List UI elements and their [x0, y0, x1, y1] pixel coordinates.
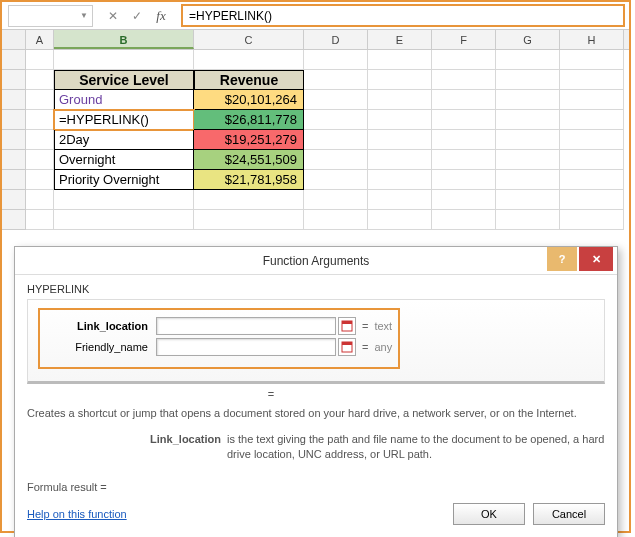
cell-revenue[interactable]: $20,101,264	[194, 90, 304, 110]
fx-icon[interactable]: fx	[153, 8, 169, 24]
col-header-g[interactable]: G	[496, 30, 560, 49]
cell[interactable]	[560, 70, 624, 90]
chevron-down-icon[interactable]: ▼	[80, 11, 88, 20]
close-icon[interactable]: ✕	[579, 247, 613, 271]
cell[interactable]	[496, 170, 560, 190]
cancel-button[interactable]: Cancel	[533, 503, 605, 525]
cell[interactable]	[560, 210, 624, 230]
cell-revenue[interactable]: $24,551,509	[194, 150, 304, 170]
table-header-service[interactable]: Service Level	[54, 70, 194, 90]
cell[interactable]	[194, 50, 304, 70]
cell[interactable]	[432, 170, 496, 190]
cell[interactable]	[26, 90, 54, 110]
cell[interactable]	[560, 50, 624, 70]
cell[interactable]	[26, 50, 54, 70]
cell-service[interactable]: Overnight	[54, 150, 194, 170]
cell[interactable]	[432, 210, 496, 230]
cell[interactable]	[432, 150, 496, 170]
cell[interactable]	[368, 150, 432, 170]
select-all-corner[interactable]	[2, 30, 26, 49]
cell[interactable]	[194, 190, 304, 210]
cell[interactable]	[368, 190, 432, 210]
cell[interactable]	[304, 210, 368, 230]
cell[interactable]	[496, 130, 560, 150]
cell-service[interactable]: Ground	[54, 90, 194, 110]
row-header[interactable]	[2, 130, 26, 150]
cell[interactable]	[368, 210, 432, 230]
row-header[interactable]	[2, 150, 26, 170]
cell[interactable]	[54, 210, 194, 230]
row-header[interactable]	[2, 210, 26, 230]
cell[interactable]	[304, 130, 368, 150]
col-header-c[interactable]: C	[194, 30, 304, 49]
name-box[interactable]: ▼	[8, 5, 93, 27]
cell[interactable]	[26, 110, 54, 130]
cell[interactable]	[496, 190, 560, 210]
cell[interactable]	[26, 190, 54, 210]
cell[interactable]	[368, 50, 432, 70]
accept-icon[interactable]: ✓	[129, 9, 145, 23]
cell[interactable]	[560, 170, 624, 190]
cell[interactable]	[368, 110, 432, 130]
cell-service[interactable]: 2Day	[54, 130, 194, 150]
cell[interactable]	[432, 190, 496, 210]
cell[interactable]	[432, 90, 496, 110]
range-picker-icon[interactable]	[338, 317, 356, 335]
row-header[interactable]	[2, 50, 26, 70]
cell[interactable]	[496, 50, 560, 70]
cell[interactable]	[496, 70, 560, 90]
cell-revenue[interactable]: $19,251,279	[194, 130, 304, 150]
cell-revenue[interactable]: $21,781,958	[194, 170, 304, 190]
col-header-e[interactable]: E	[368, 30, 432, 49]
cell[interactable]	[368, 170, 432, 190]
table-header-revenue[interactable]: Revenue	[194, 70, 304, 90]
cell[interactable]	[304, 90, 368, 110]
cell[interactable]	[432, 110, 496, 130]
cell[interactable]	[496, 90, 560, 110]
row-header[interactable]	[2, 90, 26, 110]
arg-input-friendly-name[interactable]	[156, 338, 336, 356]
cell[interactable]	[26, 150, 54, 170]
cell[interactable]	[432, 70, 496, 90]
arg-input-link-location[interactable]	[156, 317, 336, 335]
cell[interactable]	[26, 210, 54, 230]
cell[interactable]	[560, 150, 624, 170]
cell[interactable]	[304, 110, 368, 130]
col-header-h[interactable]: H	[560, 30, 624, 49]
cell-service[interactable]: Priority Overnight	[54, 170, 194, 190]
cell[interactable]	[304, 170, 368, 190]
col-header-b[interactable]: B	[54, 30, 194, 49]
cell[interactable]	[496, 150, 560, 170]
cell[interactable]	[194, 210, 304, 230]
col-header-f[interactable]: F	[432, 30, 496, 49]
cell[interactable]	[496, 210, 560, 230]
cell[interactable]	[304, 50, 368, 70]
row-header[interactable]	[2, 170, 26, 190]
cell[interactable]	[560, 90, 624, 110]
cancel-icon[interactable]: ✕	[105, 9, 121, 23]
range-picker-icon[interactable]	[338, 338, 356, 356]
dialog-help-button[interactable]: ?	[547, 247, 577, 271]
cell[interactable]	[560, 190, 624, 210]
cell-service-editing[interactable]: =HYPERLINK()	[54, 110, 194, 130]
col-header-a[interactable]: A	[26, 30, 54, 49]
cell[interactable]	[368, 130, 432, 150]
row-header[interactable]	[2, 70, 26, 90]
cell[interactable]	[432, 130, 496, 150]
help-link[interactable]: Help on this function	[27, 508, 445, 520]
cell[interactable]	[560, 110, 624, 130]
col-header-d[interactable]: D	[304, 30, 368, 49]
cell[interactable]	[304, 70, 368, 90]
dialog-titlebar[interactable]: Function Arguments ? ✕	[15, 247, 617, 275]
cell[interactable]	[432, 50, 496, 70]
cell[interactable]	[26, 70, 54, 90]
cell[interactable]	[496, 110, 560, 130]
cell[interactable]	[304, 190, 368, 210]
cell[interactable]	[368, 70, 432, 90]
cell[interactable]	[26, 170, 54, 190]
formula-input[interactable]: =HYPERLINK()	[181, 4, 625, 27]
cell[interactable]	[560, 130, 624, 150]
cell[interactable]	[26, 130, 54, 150]
cell[interactable]	[54, 190, 194, 210]
ok-button[interactable]: OK	[453, 503, 525, 525]
